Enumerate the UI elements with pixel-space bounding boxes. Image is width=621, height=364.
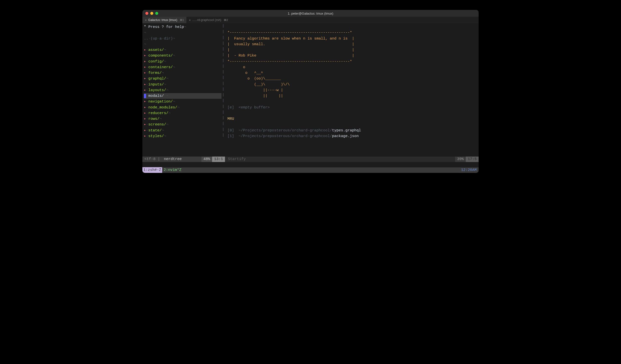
nerdtree-dir[interactable]: ▸·assets/¬ bbox=[144, 47, 222, 53]
tab-label: Galactus: tmux (tmux) bbox=[148, 18, 177, 22]
quote-border: *---------------------------------------… bbox=[227, 30, 479, 36]
startify-mru-header: MRU bbox=[227, 116, 479, 122]
cow-art: ||----w | bbox=[227, 87, 479, 93]
tab-shortcut: ⌘1 bbox=[180, 19, 184, 22]
nerdtree-dir[interactable]: ▸·reducers/¬ bbox=[144, 110, 222, 116]
terminal-tab-2[interactable]: × ......rd-graphcool (zsh) ⌘2 bbox=[186, 17, 230, 23]
nerdtree-dir[interactable]: ▸·components/¬ bbox=[144, 53, 222, 59]
nerdtree-updir[interactable]: ..·(up·a·dir)¬ bbox=[144, 36, 222, 41]
quote-line: | - Rob Pike | bbox=[227, 53, 479, 59]
nerdtree-dir[interactable]: ▸·layouts/¬ bbox=[144, 87, 222, 93]
nerdtree-dir[interactable]: ▸·inputs/¬ bbox=[144, 82, 222, 87]
cow-art: || || bbox=[227, 93, 479, 99]
nerdtree-dir[interactable]: ▸·screens/¬ bbox=[144, 122, 222, 127]
close-tab-icon[interactable]: × bbox=[145, 18, 147, 22]
quote-line: | usually small. | bbox=[227, 41, 479, 47]
cow-art: o (oo)\_______ bbox=[227, 76, 479, 81]
nerdtree-root[interactable]: ¬ bbox=[144, 41, 222, 47]
tab-label: ......rd-graphcool (zsh) bbox=[192, 18, 221, 22]
editor-split: "·Press·?·for·help¬¬..·(up·a·dir)¬¬▸·ass… bbox=[142, 23, 479, 157]
statusbar-position: 17:5 bbox=[466, 157, 479, 162]
tmux-gap bbox=[142, 162, 479, 167]
nerdtree-dir[interactable]: ▸·config/¬ bbox=[144, 59, 222, 64]
terminal-window: 1. peter@Galactus: tmux (tmux) × Galactu… bbox=[142, 10, 479, 173]
startify-mru-item[interactable]: [1] ~/Projects/preposterous/orchard-grap… bbox=[227, 133, 479, 139]
status-bars: <tf-8 | nerdtree 48% 13:1 Startify 39% 1… bbox=[142, 157, 479, 162]
nerdtree-dir[interactable]: ▸·graphql/¬ bbox=[144, 76, 222, 81]
nerdtree-dir[interactable]: ▸·rows/¬ bbox=[144, 116, 222, 122]
tmux-statusbar: 1:zsh#-Z 2:nvim*Z 12:20AM bbox=[142, 167, 479, 173]
statusbar-startify: Startify 39% 17:5 bbox=[225, 157, 479, 162]
quote-line: | | bbox=[227, 47, 479, 53]
nerdtree-dir[interactable]: ▸·forms/¬ bbox=[144, 70, 222, 76]
quote-border: *---------------------------------------… bbox=[227, 59, 479, 64]
tmux-clock: 12:20AM bbox=[461, 167, 479, 173]
startify-empty-buffer[interactable]: [e] <empty buffer> bbox=[227, 105, 479, 110]
cow-art: o ^__^ bbox=[227, 70, 479, 76]
window-title: 1. peter@Galactus: tmux (tmux) bbox=[142, 12, 479, 15]
statusbar-position: 13:1 bbox=[212, 157, 225, 162]
statusbar-percent: 39% bbox=[455, 157, 466, 162]
statusbar-encoding: <tf-8 | bbox=[142, 157, 162, 162]
nerdtree-pane[interactable]: "·Press·?·for·help¬¬..·(up·a·dir)¬¬▸·ass… bbox=[142, 23, 222, 157]
nerdtree-hint: "·Press·?·for·help¬ bbox=[144, 24, 222, 30]
nerdtree-blank: ¬ bbox=[144, 30, 222, 36]
startify-pane[interactable]: *---------------------------------------… bbox=[225, 23, 479, 157]
tab-shortcut: ⌘2 bbox=[224, 19, 228, 22]
statusbar-percent: 48% bbox=[201, 157, 212, 162]
tmux-window-1[interactable]: 1:zsh#-Z bbox=[142, 167, 162, 173]
tab-bar: × Galactus: tmux (tmux) ⌘1 × ......rd-gr… bbox=[142, 17, 479, 23]
terminal-tab-1[interactable]: × Galactus: tmux (tmux) ⌘1 bbox=[142, 17, 186, 23]
minimize-window-button[interactable] bbox=[150, 12, 153, 15]
statusbar-buffer-name: nerdtree bbox=[162, 157, 184, 162]
close-window-button[interactable] bbox=[145, 12, 148, 15]
close-tab-icon[interactable]: × bbox=[189, 18, 191, 22]
tmux-window-2[interactable]: 2:nvim*Z bbox=[162, 167, 183, 173]
zoom-window-button[interactable] bbox=[155, 12, 158, 15]
split-border: | | | | | | | | | | | | | | | | | | | | bbox=[222, 23, 225, 157]
terminal-content[interactable]: "·Press·?·for·help¬¬..·(up·a·dir)¬¬▸·ass… bbox=[142, 23, 479, 173]
cow-art: o bbox=[227, 64, 479, 70]
nerdtree-dir[interactable]: ▸·styles/¬ bbox=[144, 133, 222, 139]
nerdtree-dir[interactable]: ▸·modals/ ¬ bbox=[144, 93, 222, 99]
nerdtree-dir[interactable]: ▸·node_modules/¬ bbox=[144, 105, 222, 110]
nerdtree-dir[interactable]: ▸·containers/¬ bbox=[144, 64, 222, 70]
startify-blank bbox=[227, 99, 479, 104]
titlebar: 1. peter@Galactus: tmux (tmux) bbox=[142, 10, 479, 17]
traffic-lights bbox=[145, 12, 158, 15]
quote-line: | Fancy algorithms are slow when n is sm… bbox=[227, 36, 479, 41]
startify-mru-item[interactable]: [0] ~/Projects/preposterous/orchard-grap… bbox=[227, 128, 479, 133]
cow-art: (__)\ )\/\ bbox=[227, 82, 479, 87]
statusbar-buffer-name: Startify bbox=[225, 157, 248, 162]
startify-blank bbox=[227, 110, 479, 116]
nerdtree-dir[interactable]: ▸·navigation/¬ bbox=[144, 99, 222, 104]
statusbar-nerdtree: <tf-8 | nerdtree 48% 13:1 bbox=[142, 157, 225, 162]
startify-blank bbox=[227, 24, 479, 30]
startify-blank bbox=[227, 122, 479, 127]
nerdtree-dir[interactable]: ▸·state/¬ bbox=[144, 128, 222, 133]
